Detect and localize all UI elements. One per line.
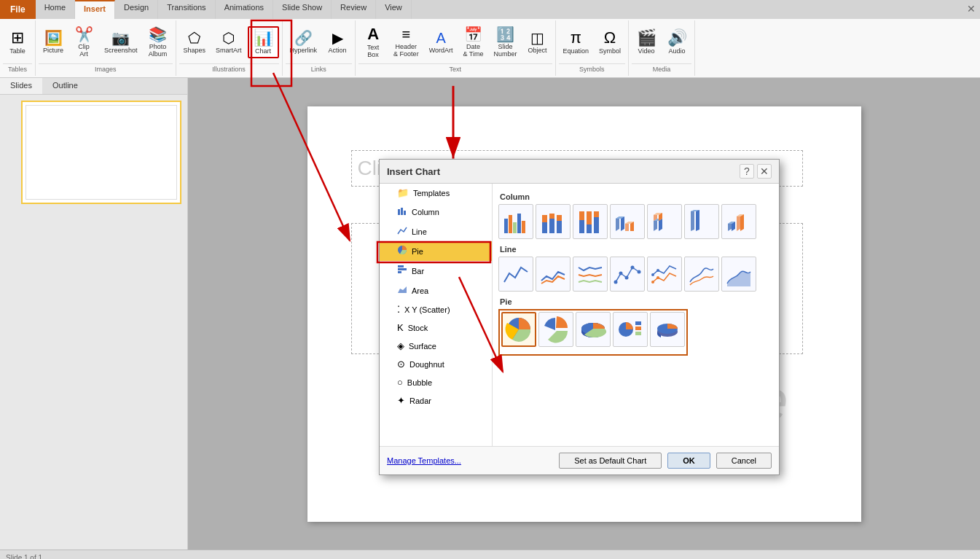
cat-scatter[interactable]: ⁚ X Y (Scatter) xyxy=(380,300,492,318)
chart-type-stacked-line[interactable] xyxy=(536,257,571,292)
svg-rect-15 xyxy=(522,221,525,233)
cat-radar-label: Radar xyxy=(409,396,431,405)
insert-chart-dialog: Insert Chart ? ✕ 📁 Templates Column xyxy=(379,159,780,475)
column-section-label: Column xyxy=(500,192,773,201)
svg-point-56 xyxy=(651,281,654,284)
cat-bar-label: Bar xyxy=(412,267,424,275)
svg-rect-25 xyxy=(587,211,592,224)
chart-type-smooth-line[interactable] xyxy=(684,257,719,292)
svg-point-52 xyxy=(631,266,635,270)
cat-line[interactable]: Line xyxy=(380,222,492,241)
chart-type-pie-bar[interactable] xyxy=(613,312,648,347)
chart-type-100pct-column[interactable] xyxy=(573,204,608,239)
set-default-chart-button[interactable]: Set as Default Chart xyxy=(559,453,662,469)
chart-type-3d-stacked-column[interactable] xyxy=(647,204,682,239)
cat-column[interactable]: Column xyxy=(380,202,492,222)
chart-type-100pct-line[interactable] xyxy=(573,257,608,292)
svg-marker-46 xyxy=(737,214,740,231)
svg-point-53 xyxy=(638,270,641,274)
stock-icon: K xyxy=(397,322,404,333)
chart-type-exploded-3d-pie[interactable] xyxy=(650,312,685,347)
cat-bubble-label: Bubble xyxy=(407,378,432,387)
pie-section-label: Pie xyxy=(500,297,773,306)
svg-rect-21 xyxy=(557,215,562,221)
cat-doughnut[interactable]: ⊙ Doughnut xyxy=(380,355,492,373)
column-icon xyxy=(397,206,407,218)
cat-column-label: Column xyxy=(412,208,439,216)
svg-rect-64 xyxy=(635,332,641,335)
line-icon xyxy=(397,225,407,238)
cat-scatter-label: X Y (Scatter) xyxy=(404,305,450,314)
cat-area-label: Area xyxy=(412,286,428,295)
svg-marker-30 xyxy=(621,216,624,231)
chart-types-panel: Column xyxy=(493,184,779,446)
chart-type-3d-pie[interactable] xyxy=(576,312,611,347)
svg-rect-23 xyxy=(579,211,584,220)
dialog-body: 📁 Templates Column Line xyxy=(380,184,779,446)
bar-icon xyxy=(397,265,407,277)
chart-type-pie[interactable] xyxy=(501,312,536,347)
dialog-title-buttons: ? ✕ xyxy=(740,164,772,179)
chart-type-3d-bar-column[interactable] xyxy=(721,204,756,239)
manage-templates-link[interactable]: Manage Templates... xyxy=(387,456,461,465)
svg-rect-63 xyxy=(635,327,641,330)
svg-rect-6 xyxy=(404,211,406,215)
svg-marker-40 xyxy=(691,210,694,231)
cat-pie-label: Pie xyxy=(412,247,423,256)
cat-bar[interactable]: Bar xyxy=(380,261,492,281)
cat-stock-label: Stock xyxy=(408,324,428,332)
chart-type-3d-100pct-column[interactable] xyxy=(684,204,719,239)
svg-rect-5 xyxy=(401,208,403,215)
svg-rect-17 xyxy=(542,215,547,222)
cat-surface[interactable]: ◈ Surface xyxy=(380,337,492,355)
chart-type-line[interactable] xyxy=(498,257,533,292)
templates-icon: 📁 xyxy=(397,187,409,198)
svg-point-50 xyxy=(619,272,623,275)
cat-bubble[interactable]: ○ Bubble xyxy=(380,373,492,391)
svg-rect-62 xyxy=(635,321,641,325)
svg-rect-13 xyxy=(513,222,517,233)
scatter-icon: ⁚ xyxy=(397,304,400,315)
chart-type-stacked-column[interactable] xyxy=(536,204,571,239)
dialog-title: Insert Chart xyxy=(387,166,440,177)
cat-area[interactable]: Area xyxy=(380,281,492,300)
svg-rect-10 xyxy=(398,271,401,273)
svg-point-54 xyxy=(651,273,654,276)
svg-rect-14 xyxy=(517,214,521,233)
dialog-titlebar: Insert Chart ? ✕ xyxy=(380,160,779,184)
chart-type-line-markers[interactable] xyxy=(610,257,645,292)
dialog-help-button[interactable]: ? xyxy=(740,164,754,179)
svg-rect-20 xyxy=(557,221,562,233)
cancel-button[interactable]: Cancel xyxy=(716,453,772,469)
svg-marker-48 xyxy=(740,214,744,231)
svg-rect-16 xyxy=(542,222,547,233)
pie-icon xyxy=(397,245,407,257)
svg-rect-4 xyxy=(398,209,400,215)
chart-type-3d-column[interactable] xyxy=(610,204,645,239)
svg-point-55 xyxy=(656,269,659,272)
cat-radar[interactable]: ✦ Radar xyxy=(380,391,492,410)
chart-type-clustered-column[interactable] xyxy=(498,204,533,239)
dialog-close-button[interactable]: ✕ xyxy=(757,164,772,179)
cat-templates[interactable]: 📁 Templates xyxy=(380,184,492,202)
chart-category-list: 📁 Templates Column Line xyxy=(380,184,493,446)
doughnut-icon: ⊙ xyxy=(397,359,405,370)
svg-rect-9 xyxy=(398,268,407,270)
svg-point-49 xyxy=(614,281,618,284)
chart-type-exploded-pie[interactable] xyxy=(538,312,573,347)
ok-button[interactable]: OK xyxy=(667,453,710,469)
bubble-icon: ○ xyxy=(397,377,403,388)
chart-type-area-line[interactable] xyxy=(721,257,756,292)
svg-point-57 xyxy=(656,276,659,279)
pie-chart-grid xyxy=(501,312,685,347)
svg-marker-42 xyxy=(696,210,699,231)
cat-stock[interactable]: K Stock xyxy=(380,318,492,337)
cat-pie[interactable]: Pie xyxy=(380,241,492,261)
chart-type-stacked-markers[interactable] xyxy=(647,257,682,292)
svg-rect-19 xyxy=(549,214,554,219)
svg-rect-8 xyxy=(398,265,404,267)
area-icon xyxy=(397,284,407,297)
svg-rect-12 xyxy=(509,215,512,233)
cat-line-label: Line xyxy=(412,227,427,236)
surface-icon: ◈ xyxy=(397,340,404,351)
